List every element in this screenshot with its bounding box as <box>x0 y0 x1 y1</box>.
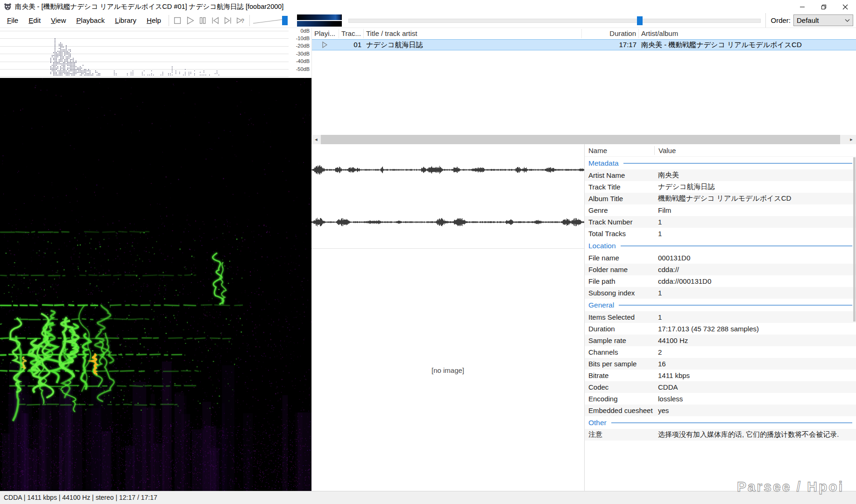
volume-slider[interactable] <box>252 14 295 28</box>
section-title: Location <box>585 242 616 250</box>
property-row: 注意选择项没有加入媒体库的话, 它们的播放计数将不会被记录. <box>585 429 856 441</box>
next-button[interactable] <box>222 14 234 27</box>
statusbar-text: CDDA | 1411 kbps | 44100 Hz | stereo | 1… <box>4 494 157 501</box>
playlist-column-header[interactable]: Duration <box>582 29 639 38</box>
property-name: Album Title <box>585 195 655 203</box>
menu-playback[interactable]: Playback <box>71 13 110 28</box>
close-button[interactable] <box>835 0 856 14</box>
property-value: cdda:// <box>655 266 856 273</box>
property-value: 1 <box>655 289 856 297</box>
db-label: -50dB <box>296 66 310 72</box>
minimize-icon <box>799 4 805 10</box>
restore-button[interactable] <box>813 0 835 14</box>
titlebar[interactable]: 南央美 - [機動戦艦ナデシコ リアルモデルボイスCD #01] ナデシコ航海日… <box>0 0 856 13</box>
property-name: Codec <box>585 383 655 391</box>
property-value: 1411 kbps <box>655 371 856 379</box>
spectrum-analyzer-panel: 0dB-10dB-20dB-30dB-40dB-50dB <box>0 28 311 78</box>
property-row: File pathcdda://000131D0 <box>585 275 856 287</box>
scroll-right-arrow[interactable]: ► <box>847 135 856 144</box>
property-name: Encoding <box>585 395 655 403</box>
playlist-column-header[interactable]: Trac... <box>339 29 364 38</box>
spectrum-vis-top <box>297 14 342 20</box>
playlist-column-header[interactable]: Playi... <box>312 29 339 38</box>
volume-thumb[interactable] <box>282 16 288 25</box>
property-value: cdda://000131D0 <box>655 277 856 285</box>
playlist-panel: Playi...Trac...Title / track artistDurat… <box>311 28 856 135</box>
scroll-left-arrow[interactable]: ◄ <box>311 135 321 144</box>
menu-file[interactable]: File <box>2 13 23 28</box>
property-row: Artist Name南央美 <box>585 169 856 181</box>
property-row: Sample rate44100 Hz <box>585 335 856 346</box>
properties-section-header: Location <box>585 239 856 252</box>
property-value: CDDA <box>655 383 856 391</box>
spectrum-vis-bottom <box>297 21 342 27</box>
property-name: Total Tracks <box>585 230 655 238</box>
spectrogram-canvas <box>0 78 311 491</box>
playing-indicator-cell <box>312 40 339 50</box>
property-name: Subsong index <box>585 289 655 297</box>
property-value: 2 <box>655 348 856 356</box>
playlist-column-header[interactable]: Artist/album <box>639 29 856 38</box>
playlist-row[interactable]: 01ナデシコ航海日誌17:17南央美 - 機動戦艦ナデシコ リアルモデルボイスC… <box>312 39 856 50</box>
separator <box>249 15 250 26</box>
random-button[interactable]: ? <box>235 14 247 27</box>
property-value: 1 <box>655 218 856 226</box>
pause-button[interactable] <box>197 14 209 27</box>
properties-section-header: General <box>585 299 856 311</box>
statusbar: CDDA | 1411 kbps | 44100 Hz | stereo | 1… <box>0 491 856 504</box>
playback-order: Order: Default <box>765 13 856 28</box>
previous-icon <box>210 15 220 26</box>
property-value: 1 <box>655 313 856 321</box>
play-button[interactable] <box>184 14 196 27</box>
property-name: Bitrate <box>585 371 655 379</box>
spectrum-visualization <box>297 14 342 27</box>
property-name: File path <box>585 277 655 285</box>
property-value: ナデシコ航海日誌 <box>655 182 856 191</box>
menu-edit[interactable]: Edit <box>23 13 46 28</box>
playlist-cell: ナデシコ航海日誌 <box>364 40 582 50</box>
property-value: 17:17.013 (45 732 288 samples) <box>655 325 856 333</box>
property-row: Items Selected1 <box>585 311 856 323</box>
foobar2000-window: 南央美 - [機動戦艦ナデシコ リアルモデルボイスCD #01] ナデシコ航海日… <box>0 0 856 504</box>
minimize-button[interactable] <box>792 0 813 14</box>
order-dropdown[interactable]: Default <box>793 14 853 26</box>
properties-scrollbar-thumb[interactable] <box>853 157 856 322</box>
property-value: yes <box>655 406 856 414</box>
horizontal-scrollbar[interactable]: ◄ ► <box>311 135 856 144</box>
section-divider <box>611 422 852 423</box>
db-label: -10dB <box>296 35 310 42</box>
property-value: 000131D0 <box>655 254 856 262</box>
menu-library[interactable]: Library <box>110 13 141 28</box>
horizontal-scrollbar-thumb[interactable] <box>321 135 840 144</box>
stop-button[interactable] <box>172 14 184 27</box>
property-value: 1 <box>655 230 856 238</box>
properties-header: Name Value <box>585 144 856 157</box>
menubar: FileEditViewPlaybackLibraryHelp <box>0 13 166 28</box>
property-row: Subsong index1 <box>585 287 856 299</box>
properties-panel: Name Value MetadataArtist Name南央美Track T… <box>584 144 856 491</box>
property-name: Genre <box>585 206 655 214</box>
property-row: Encodinglossless <box>585 393 856 405</box>
seekbar-thumb[interactable] <box>637 16 643 25</box>
middle-column: [no image] <box>311 144 584 491</box>
playlist-header: Playi...Trac...Title / track artistDurat… <box>312 28 856 39</box>
previous-button[interactable] <box>210 14 221 27</box>
property-row: Duration17:17.013 (45 732 288 samples) <box>585 323 856 335</box>
property-name: Sample rate <box>585 336 655 344</box>
close-icon <box>842 4 848 10</box>
property-row: Channels2 <box>585 346 856 358</box>
property-value: 44100 Hz <box>655 336 856 344</box>
menu-help[interactable]: Help <box>141 13 166 28</box>
order-value: Default <box>797 16 819 24</box>
playlist-cell: 01 <box>339 40 364 50</box>
section-title: General <box>585 301 614 309</box>
seekbar-track[interactable] <box>348 19 761 23</box>
volume-track <box>252 14 295 28</box>
section-divider <box>619 305 852 306</box>
playlist-column-header[interactable]: Title / track artist <box>364 29 582 38</box>
menu-view[interactable]: View <box>46 13 71 28</box>
seekbar[interactable] <box>348 14 761 28</box>
window-controls <box>792 0 856 14</box>
waveform-panel <box>311 144 584 249</box>
property-name: Embedded cuesheet <box>585 406 655 414</box>
